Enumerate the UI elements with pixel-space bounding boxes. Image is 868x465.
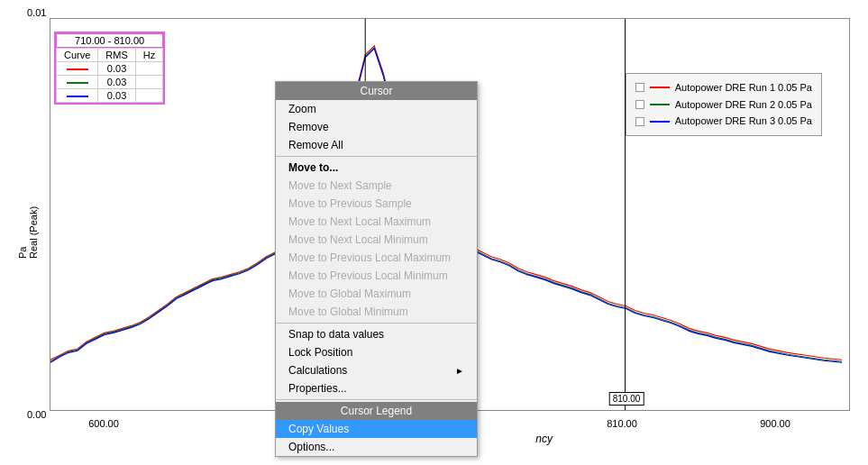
curve-color-blue [57,89,98,103]
legend-line-run2 [650,104,670,105]
ctx-move-next-sample[interactable]: Move to Next Sample [276,177,477,195]
rms-blue: 0.03 [98,89,135,103]
legend-item-run2: Autopower DRE Run 2 0.05 Pa [635,96,812,114]
x-axis-label: ncy [535,433,553,445]
ctx-options[interactable]: Options... [276,438,477,456]
hz-red [135,62,162,76]
ctx-cursor-legend-header: Cursor Legend [276,402,477,420]
legend-label-run2: Autopower DRE Run 2 0.05 Pa [675,96,812,114]
y-axis-bottom-value: 0.00 [27,409,46,420]
ctx-move-prev-local-min[interactable]: Move to Previous Local Minimum [276,267,477,285]
cursor1-arrow: ▼↕ [358,18,374,19]
legend-label-run1: Autopower DRE Run 1 0.05 Pa [675,79,812,96]
ctx-remove[interactable]: Remove [276,118,477,136]
curve-color-red [57,62,98,76]
ctx-move-to-section: Move to... [276,159,477,177]
table-row-blue: 0.03 [57,89,163,103]
ctx-sep-3 [276,399,477,400]
legend-box-run3 [635,117,644,126]
x-tick-900: 900.00 [760,418,790,429]
chart-area: PaReal (Peak) 0.01 0.00 ▼↕ ▼ 810.00 [0,0,868,465]
rms-green: 0.03 [98,76,135,89]
cursor2-marker-label: 810.00 [609,392,644,406]
data-table-content: Curve RMS Hz 0.03 0.03 0.03 [56,48,163,103]
ctx-zoom[interactable]: Zoom [276,100,477,118]
x-tick-600: 600.00 [88,418,119,429]
legend-item-run1: Autopower DRE Run 1 0.05 Pa [635,79,812,96]
ctx-submenu-arrow: ► [455,366,464,376]
ctx-calculations-label: Calculations [288,364,347,377]
y-axis-label: PaReal (Peak) [17,206,39,259]
x-tick-810: 810.00 [607,418,637,429]
ctx-lock-position[interactable]: Lock Position [276,343,477,361]
chart-legend: Autopower DRE Run 1 0.05 Pa Autopower DR… [626,73,822,136]
col-curve: Curve [57,49,98,62]
ctx-calculations[interactable]: Calculations ► [276,361,477,379]
y-axis-top-value: 0.01 [27,7,46,18]
data-table-title: 710.00 - 810.00 [56,33,163,48]
col-hz: Hz [135,49,162,62]
context-menu: Cursor Zoom Remove Remove All Move to...… [275,81,478,457]
table-row-red: 0.03 [57,62,163,76]
ctx-properties[interactable]: Properties... [276,379,477,397]
hz-blue [135,89,162,103]
legend-line-run3 [650,121,670,123]
context-menu-header: Cursor [276,82,477,100]
ctx-move-next-local-max[interactable]: Move to Next Local Maximum [276,213,477,231]
hz-green [135,76,162,89]
curve-color-green [57,76,98,89]
ctx-snap-data-values[interactable]: Snap to data values [276,325,477,343]
data-table: 710.00 - 810.00 Curve RMS Hz 0.03 0.03 [54,32,165,105]
ctx-sep-1 [276,156,477,157]
ctx-move-global-max[interactable]: Move to Global Maximum [276,285,477,303]
legend-line-run1 [650,87,670,88]
ctx-move-prev-local-max[interactable]: Move to Previous Local Maximum [276,249,477,267]
ctx-remove-all[interactable]: Remove All [276,136,477,154]
ctx-move-next-local-min[interactable]: Move to Next Local Minimum [276,231,477,249]
ctx-move-prev-sample[interactable]: Move to Previous Sample [276,195,477,213]
legend-box-run1 [635,83,644,92]
legend-box-run2 [635,100,644,109]
legend-item-run3: Autopower DRE Run 3 0.05 Pa [635,113,812,130]
ctx-copy-values[interactable]: Copy Values [276,420,477,438]
col-rms: RMS [98,49,135,62]
table-row-green: 0.03 [57,76,163,89]
legend-label-run3: Autopower DRE Run 3 0.05 Pa [675,113,812,130]
rms-red: 0.03 [98,62,135,76]
ctx-sep-2 [276,323,477,324]
ctx-move-global-min[interactable]: Move to Global Minimum [276,303,477,321]
